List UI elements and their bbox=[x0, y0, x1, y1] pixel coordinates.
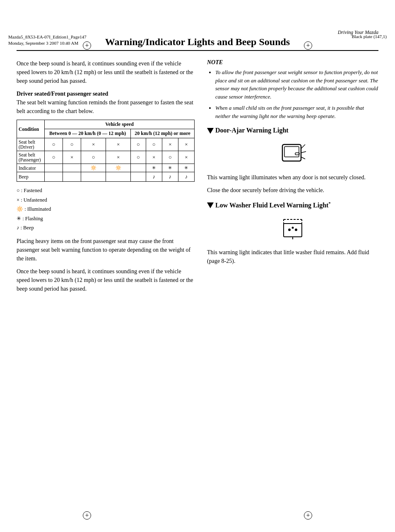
table-col2-header: Between 0 — 20 km/h (0 — 12 mph) bbox=[45, 129, 131, 138]
washer-fluid-heading: Low Washer Fluid Level Warning Light* bbox=[207, 201, 378, 209]
triangle-icon-2 bbox=[207, 202, 214, 208]
table-row: Seat belt(Passenger) ○ × ○ × ○ × ○ × bbox=[17, 151, 195, 164]
door-ajar-icon bbox=[276, 138, 309, 167]
left-para4: Once the beep sound is heard, it continu… bbox=[17, 267, 195, 293]
door-ajar-heading: Door-Ajar Warning Light bbox=[207, 127, 378, 134]
table-cell-condition: Beep bbox=[17, 172, 45, 182]
meta-line2: Monday, September 3 2007 10:40 AM bbox=[8, 40, 87, 46]
svg-line-3 bbox=[301, 144, 305, 149]
registration-mark-bottom-right bbox=[304, 511, 312, 520]
left-para1: Once the beep sound is heard, it continu… bbox=[17, 59, 195, 85]
note-list: To allow the front passenger seat weight… bbox=[207, 68, 378, 120]
table-col3-header: 20 km/h (12 mph) or more bbox=[131, 129, 195, 138]
note-item: To allow the front passenger seat weight… bbox=[215, 68, 378, 101]
note-title: NOTE bbox=[207, 59, 378, 66]
note-section: NOTE To allow the front passenger seat w… bbox=[207, 59, 378, 120]
table-cell-condition: Seat belt(Passenger) bbox=[17, 151, 45, 164]
table-row: Indicator 🔆 🔆 ✳ ✳ ✳ bbox=[17, 164, 195, 172]
left-column: Once the beep sound is heard, it continu… bbox=[17, 59, 195, 297]
left-bold-heading: Driver seated/Front passenger seated The… bbox=[17, 89, 195, 116]
legend-item: ✳ : Flashing bbox=[17, 214, 195, 224]
legend-item: ○ : Fastened bbox=[17, 186, 195, 195]
note-item: When a small child sits on the front pas… bbox=[215, 104, 378, 120]
svg-rect-1 bbox=[284, 147, 299, 157]
table-row: Seat belt(Driver) ○ ○ × × ○ ○ × × bbox=[17, 138, 195, 151]
washer-fluid-section: Low Washer Fluid Level Warning Light* bbox=[207, 201, 378, 265]
legend-item: ♪ : Beep bbox=[17, 223, 195, 233]
meta-line1: Mazda5_8X53-EA-07I_Edition1_Page147 bbox=[8, 34, 87, 40]
svg-line-5 bbox=[301, 157, 305, 159]
washer-fluid-icon bbox=[276, 213, 309, 242]
header-plate: Black plate (147,1) bbox=[352, 34, 387, 39]
table-cell-condition: Seat belt(Driver) bbox=[17, 138, 45, 151]
legend-item: 🔆 : Illuminated bbox=[17, 205, 195, 214]
svg-line-4 bbox=[301, 152, 306, 153]
registration-mark-bottom-left bbox=[83, 511, 91, 520]
seatbelt-table: Condition Vehicle speed Between 0 — 20 k… bbox=[17, 120, 195, 182]
header-meta: Mazda5_8X53-EA-07I_Edition1_Page147 Mond… bbox=[8, 34, 87, 47]
legend-item: × : Unfastened bbox=[17, 195, 195, 205]
legend: ○ : Fastened × : Unfastened 🔆 : Illumina… bbox=[17, 186, 195, 233]
table-row: Beep ♪ ♪ ♪ bbox=[17, 172, 195, 182]
right-column: NOTE To allow the front passenger seat w… bbox=[207, 59, 378, 297]
table-speed-header: Vehicle speed bbox=[45, 120, 195, 129]
svg-point-13 bbox=[292, 227, 294, 229]
svg-rect-6 bbox=[284, 224, 302, 237]
washer-fluid-para1: This warning light indicates that little… bbox=[207, 248, 378, 265]
left-para3: Placing heavy items on the front passeng… bbox=[17, 237, 195, 263]
registration-mark-top-right bbox=[304, 41, 312, 50]
svg-point-11 bbox=[288, 229, 291, 231]
table-condition-header: Condition bbox=[17, 120, 45, 138]
triangle-icon bbox=[207, 128, 214, 134]
svg-point-12 bbox=[295, 229, 297, 231]
door-ajar-para1: This warning light illuminates when any … bbox=[207, 173, 378, 182]
door-ajar-section: Door-Ajar Warning Light This warning lig… bbox=[207, 127, 378, 195]
door-ajar-para2: Close the door securely before driving t… bbox=[207, 186, 378, 195]
table-cell-condition: Indicator bbox=[17, 164, 45, 172]
